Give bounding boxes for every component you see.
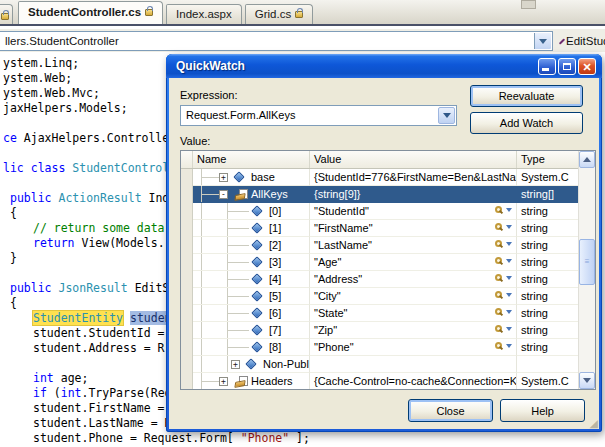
watch-name: [1] <box>269 222 281 234</box>
close-button[interactable]: Close <box>408 399 493 422</box>
member-navigation-dropdown[interactable]: EditStudent() <box>558 31 605 51</box>
method-icon <box>559 38 565 44</box>
visualizer-controls <box>495 291 512 298</box>
type-navigation-dropdown[interactable]: llers.StudentController <box>0 31 553 51</box>
visualizer-dropdown-icon[interactable] <box>506 344 512 348</box>
tab-grid-cs[interactable]: Grid.cs <box>245 4 313 24</box>
watch-row--2-[interactable]: [2]"LastName"string <box>181 237 578 254</box>
magnifier-icon[interactable] <box>495 291 502 298</box>
visualizer-controls <box>495 274 512 281</box>
value-cell: {StudentId=776&FirstName=Ben&LastNam <box>310 169 517 186</box>
visualizer-controls <box>495 308 512 315</box>
visualizer-dropdown-icon[interactable] <box>506 242 512 246</box>
close-window-button[interactable]: ✕ <box>578 58 596 75</box>
marker-column-header <box>181 151 193 168</box>
magnifier-icon[interactable] <box>495 240 502 247</box>
magnifier-icon[interactable] <box>495 223 502 230</box>
visualizer-controls <box>495 325 512 332</box>
expand-icon[interactable]: + <box>219 377 228 386</box>
value-cell: "Phone" <box>310 339 517 356</box>
member-icon <box>253 275 261 283</box>
expand-icon[interactable]: + <box>219 173 228 182</box>
visualizer-controls <box>495 223 512 230</box>
visualizer-dropdown-icon[interactable] <box>506 293 512 297</box>
code-line: lic class StudentController <box>3 161 190 176</box>
watch-row--7-[interactable]: [7]"Zip"string <box>181 322 578 339</box>
maximize-icon <box>563 63 571 70</box>
lock-icon <box>295 11 303 18</box>
expression-label: Expression: <box>180 89 237 101</box>
tab-partial-left[interactable] <box>0 4 13 24</box>
watch-row-allkeys[interactable]: -AllKeys{string[9]}string[] <box>181 186 578 203</box>
chevron-down-icon[interactable] <box>534 33 551 49</box>
value-column-header[interactable]: Value <box>310 151 517 168</box>
watch-name: [7] <box>269 324 281 336</box>
value-cell: {Cache-Control=no-cache&Connection=Ke <box>310 373 517 390</box>
add-watch-button[interactable]: Add Watch <box>470 112 583 134</box>
magnifier-icon[interactable] <box>495 325 502 332</box>
visualizer-dropdown-icon[interactable] <box>506 310 512 314</box>
reevaluate-button[interactable]: Reevaluate <box>470 85 583 107</box>
watch-row-headers[interactable]: +Headers{Cache-Control=no-cache&Connecti… <box>181 373 578 390</box>
member-icon <box>253 326 261 334</box>
watch-row--4-[interactable]: [4]"Address"string <box>181 271 578 288</box>
row-marker <box>181 322 193 339</box>
scroll-down-icon[interactable] <box>579 372 595 389</box>
type-cell: string <box>517 271 578 288</box>
expression-value: Request.Form.AllKeys <box>186 109 295 121</box>
type-cell: string <box>517 305 578 322</box>
tab-label: Grid.cs <box>255 8 291 20</box>
watch-row--8-[interactable]: [8]"Phone"string <box>181 339 578 356</box>
property-icon <box>235 376 248 387</box>
grid-scrollbar[interactable]: ≡ <box>578 151 595 389</box>
tab-label: StudentController.cs <box>28 6 141 18</box>
collapse-icon[interactable]: - <box>219 190 228 199</box>
type-cell: string <box>517 322 578 339</box>
watch-name: Headers <box>251 375 293 387</box>
watch-row-base[interactable]: +base{StudentId=776&FirstName=Ben&LastNa… <box>181 169 578 186</box>
code-line: } <box>10 251 17 266</box>
type-column-header[interactable]: Type <box>517 151 578 168</box>
magnifier-icon[interactable] <box>495 342 502 349</box>
visualizer-dropdown-icon[interactable] <box>506 276 512 280</box>
magnifier-icon[interactable] <box>495 274 502 281</box>
row-marker <box>181 271 193 288</box>
tab-strip-scroll-corner <box>521 0 536 9</box>
watch-row--3-[interactable]: [3]"Age"string <box>181 254 578 271</box>
visualizer-dropdown-icon[interactable] <box>506 225 512 229</box>
code-line: { <box>10 206 17 221</box>
minimize-button[interactable] <box>538 58 556 75</box>
member-icon <box>253 224 261 232</box>
visualizer-controls <box>495 342 512 349</box>
visualizer-dropdown-icon[interactable] <box>506 208 512 212</box>
row-marker <box>181 288 193 305</box>
magnifier-icon[interactable] <box>495 257 502 264</box>
magnifier-icon[interactable] <box>495 206 502 213</box>
name-cell: [6] <box>193 305 310 322</box>
visualizer-dropdown-icon[interactable] <box>506 259 512 263</box>
watch-row--0-[interactable]: [0]"StudentId"string <box>181 203 578 220</box>
scroll-up-icon[interactable] <box>579 151 595 168</box>
watch-row--5-[interactable]: [5]"City"string <box>181 288 578 305</box>
tab-studentcontroller[interactable]: StudentController.cs <box>18 1 163 24</box>
dialog-titlebar[interactable]: QuickWatch ✕ <box>166 54 602 78</box>
name-column-header[interactable]: Name <box>193 151 310 168</box>
type-cell: string <box>517 339 578 356</box>
row-marker <box>181 169 193 186</box>
watch-row--1-[interactable]: [1]"FirstName"string <box>181 220 578 237</box>
help-button[interactable]: Help <box>500 399 585 422</box>
watch-row--6-[interactable]: [6]"State"string <box>181 305 578 322</box>
maximize-button[interactable] <box>558 58 576 75</box>
tab-index-aspx[interactable]: Index.aspx <box>166 4 242 24</box>
magnifier-icon[interactable] <box>495 308 502 315</box>
expression-combobox[interactable]: Request.Form.AllKeys <box>180 105 457 126</box>
name-cell: +Headers <box>193 373 310 390</box>
watch-row-non-public-members[interactable]: +Non-Public members <box>181 356 578 373</box>
member-dropdown-value: EditStudent() <box>566 35 605 47</box>
scrollbar-thumb[interactable]: ≡ <box>579 239 595 285</box>
expand-icon[interactable]: + <box>231 360 240 369</box>
chevron-down-icon[interactable] <box>438 107 455 124</box>
visualizer-dropdown-icon[interactable] <box>506 327 512 331</box>
resize-grip[interactable]: ◢ <box>590 418 598 429</box>
type-cell: string <box>517 254 578 271</box>
